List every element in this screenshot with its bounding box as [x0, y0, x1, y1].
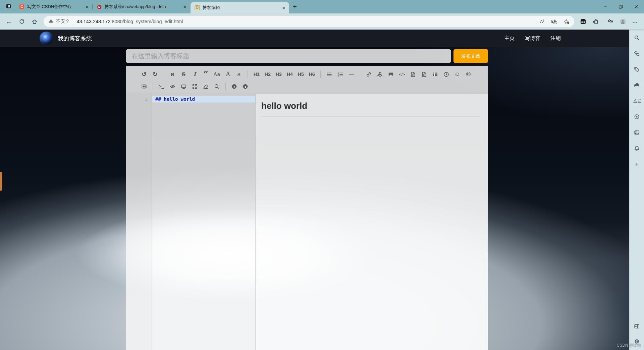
extension-dots-icon[interactable]	[577, 15, 589, 28]
svg-text:C: C	[20, 5, 23, 9]
tab-gitee[interactable]: 博客系统/src/webapp/blog_deta ×	[93, 0, 191, 13]
nav-link-write[interactable]: 写博客	[525, 35, 541, 42]
lowercase-icon[interactable]: a	[234, 70, 244, 79]
image-icon[interactable]	[386, 70, 395, 79]
editor-toolbar: ↺↻BSI”AaAaH1H2H3H4H5H6123—</>☺© >_?i	[126, 66, 488, 93]
h4-icon[interactable]: H4	[285, 70, 294, 79]
goto-line-icon[interactable]: >_	[157, 82, 166, 91]
redo-icon[interactable]: ↻	[151, 70, 160, 79]
ucwords-icon[interactable]: Aa	[212, 70, 221, 79]
h3-icon[interactable]: H3	[274, 70, 283, 79]
customize-icon[interactable]: +	[632, 160, 641, 169]
favorite-star-icon[interactable]	[560, 16, 572, 27]
uppercase-icon[interactable]: A	[223, 70, 232, 79]
window-controls	[598, 0, 644, 13]
tab-close-icon[interactable]: ×	[280, 4, 287, 11]
restore-button[interactable]	[613, 0, 629, 13]
strikethrough-icon[interactable]: S	[179, 70, 188, 79]
horizontal-rule-icon[interactable]: —	[347, 70, 356, 79]
nav-link-home[interactable]: 主页	[504, 35, 515, 42]
shapes-icon[interactable]	[632, 49, 641, 58]
tools-icon[interactable]	[632, 81, 641, 90]
edge-sidebar: ♙♖+	[629, 30, 644, 350]
extensions-puzzle-icon[interactable]	[589, 15, 602, 28]
line-number: 1	[126, 97, 152, 102]
toolbar-separator	[153, 83, 153, 90]
markdown-editor: ↺↻BSI”AaAaH1H2H3H4H5H6123—</>☺© >_?i 1 #…	[126, 66, 488, 350]
shopping-icon[interactable]	[632, 65, 641, 74]
html-entities-icon[interactable]: ©	[464, 70, 473, 79]
bold-icon[interactable]: B	[168, 70, 177, 79]
list-ol-icon[interactable]: 123	[336, 70, 345, 79]
anchor-icon[interactable]	[375, 70, 384, 79]
blog-title-input[interactable]	[126, 49, 451, 63]
publish-button[interactable]: 发布文章	[453, 49, 488, 63]
quote-icon[interactable]: ”	[201, 70, 210, 79]
code-icon[interactable]: </>	[397, 70, 407, 79]
h6-icon[interactable]: H6	[307, 70, 316, 79]
profile-avatar[interactable]	[616, 15, 629, 28]
security-label[interactable]: 不安全	[56, 18, 70, 25]
h5-icon[interactable]: H5	[296, 70, 305, 79]
image-creator-icon[interactable]	[632, 128, 641, 137]
tab-close-icon[interactable]: ×	[84, 3, 90, 10]
search-icon[interactable]	[212, 82, 221, 91]
read-aloud-icon[interactable]: A⁾	[536, 16, 548, 27]
toolbar-separator	[248, 71, 248, 78]
emoji-icon[interactable]: ☺	[453, 70, 462, 79]
svg-text:3: 3	[338, 75, 339, 77]
list-ul-icon[interactable]	[325, 70, 334, 79]
discover-icon[interactable]	[632, 112, 641, 121]
preview-icon[interactable]	[179, 82, 188, 91]
tab-actions-button[interactable]	[2, 0, 15, 13]
blog-edit-page: 我的博客系统 主页 写博客 注销 发布文章 ↺↻BSI”AaAaH1H2H3H4…	[0, 30, 629, 350]
refresh-button[interactable]	[15, 15, 28, 28]
tab-title: 博客编辑	[203, 5, 278, 11]
preformatted-text-icon[interactable]	[409, 70, 418, 79]
code-pane[interactable]: 1 ## hello world	[126, 94, 255, 350]
nav-link-logout[interactable]: 注销	[550, 35, 561, 42]
datetime-icon[interactable]	[442, 70, 451, 79]
tab-close-icon[interactable]: ×	[182, 3, 189, 10]
translate-icon[interactable]: aあ	[548, 16, 560, 27]
games-icon[interactable]: ♙♖	[632, 96, 641, 105]
toolbar-separator	[320, 71, 321, 78]
watch-icon[interactable]	[168, 82, 177, 91]
nav-links: 主页 写博客 注销	[504, 35, 561, 42]
search-icon[interactable]	[632, 33, 641, 42]
sidebar-drag-handle[interactable]	[0, 172, 2, 191]
svg-text:?: ?	[233, 84, 235, 88]
table-icon[interactable]	[431, 70, 440, 79]
clear-icon[interactable]	[201, 82, 210, 91]
code-block-icon[interactable]	[420, 70, 429, 79]
h2-icon[interactable]: H2	[263, 70, 272, 79]
link-icon[interactable]	[364, 70, 373, 79]
url-text[interactable]: 43.143.248.172:8080/blog_system/blog_edi…	[77, 19, 183, 24]
site-title: 我的博客系统	[58, 35, 92, 42]
browser-body: 我的博客系统 主页 写博客 注销 发布文章 ↺↻BSI”AaAaH1H2H3H4…	[0, 30, 644, 350]
help-icon[interactable]: ?	[230, 82, 239, 91]
notifications-icon[interactable]	[632, 144, 641, 153]
site-logo[interactable]	[40, 32, 53, 45]
tab-csdn[interactable]: C 写文章-CSDN创作中心 ×	[15, 0, 92, 13]
url-bar[interactable]: 不安全 43.143.248.172:8080/blog_system/blog…	[44, 16, 574, 27]
settings-menu-button[interactable]: …	[629, 15, 641, 28]
undo-icon[interactable]: ↺	[140, 70, 149, 79]
italic-icon[interactable]: I	[190, 70, 199, 79]
home-button[interactable]	[28, 15, 41, 28]
preview-heading: hello world	[261, 101, 480, 117]
back-button[interactable]: ←	[3, 15, 15, 28]
new-tab-button[interactable]: +	[289, 0, 301, 13]
h1-icon[interactable]: H1	[252, 70, 261, 79]
favorites-hub-icon[interactable]	[604, 15, 616, 28]
code-text[interactable]: ## hello world	[152, 96, 255, 102]
info-icon[interactable]: i	[241, 82, 250, 91]
fullscreen-icon[interactable]	[190, 82, 199, 91]
open-sidebar-icon[interactable]	[632, 322, 641, 331]
code-line[interactable]: 1 ## hello world	[126, 96, 255, 102]
tab-blog-edit-active[interactable]: 博客编辑 ×	[191, 2, 289, 13]
pagebreak-icon[interactable]	[140, 82, 149, 91]
minimize-button[interactable]	[598, 0, 613, 13]
close-window-button[interactable]	[629, 0, 644, 13]
gitee-favicon	[97, 4, 102, 9]
